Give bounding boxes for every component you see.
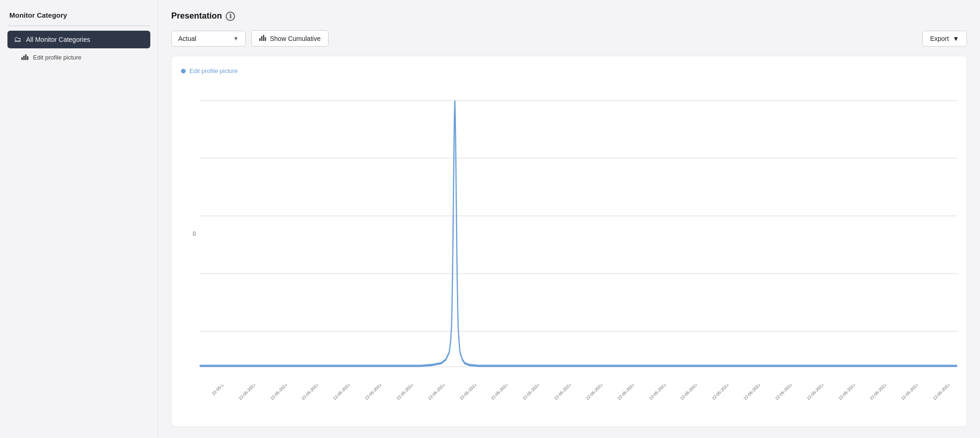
toolbar-left: Actual ▼ Show Cumulative — [171, 30, 917, 46]
bar-chart-icon — [259, 34, 266, 42]
sidebar-title: Monitor Category — [7, 11, 150, 19]
sidebar-item-all-categories[interactable]: 🗂 All Monitor Categories — [7, 31, 150, 48]
export-button[interactable]: Export ▼ — [922, 31, 967, 46]
sidebar-divider — [7, 26, 150, 26]
main-content: Presentation ℹ Actual ▼ Show Cumulative — [158, 0, 980, 438]
chart-svg — [200, 83, 957, 385]
export-chevron-icon: ▼ — [953, 35, 959, 42]
sidebar-item-all-label: All Monitor Categories — [26, 36, 90, 43]
info-icon[interactable]: ℹ — [226, 12, 235, 21]
y-axis-label: 0 — [181, 83, 200, 385]
chart-container: Edit profile picture 0 — [171, 56, 967, 427]
chart-legend: Edit profile picture — [181, 67, 957, 74]
actual-label: Actual — [178, 35, 196, 42]
show-cumulative-label: Show Cumulative — [270, 35, 321, 42]
legend-label: Edit profile picture — [189, 67, 238, 74]
presentation-header: Presentation ℹ — [171, 11, 967, 21]
show-cumulative-button[interactable]: Show Cumulative — [251, 30, 329, 46]
chart-plot-area — [200, 83, 957, 385]
page-title: Presentation — [171, 11, 222, 21]
sidebar-item-edit-profile[interactable]: Edit profile picture — [7, 50, 150, 65]
export-label: Export — [930, 35, 949, 42]
sidebar: Monitor Category 🗂 All Monitor Categorie… — [0, 0, 158, 438]
folder-icon: 🗂 — [14, 35, 21, 44]
sidebar-subitem-label: Edit profile picture — [33, 54, 81, 61]
actual-dropdown[interactable]: Actual ▼ — [171, 31, 246, 46]
chart-bar-icon — [21, 53, 28, 61]
legend-dot — [181, 69, 186, 73]
toolbar: Actual ▼ Show Cumulative Export ▼ — [171, 30, 967, 46]
x-axis: 22-05-2...22-05-2023 01:0022-05-2023 02:… — [200, 385, 957, 422]
chevron-down-icon: ▼ — [233, 35, 239, 42]
